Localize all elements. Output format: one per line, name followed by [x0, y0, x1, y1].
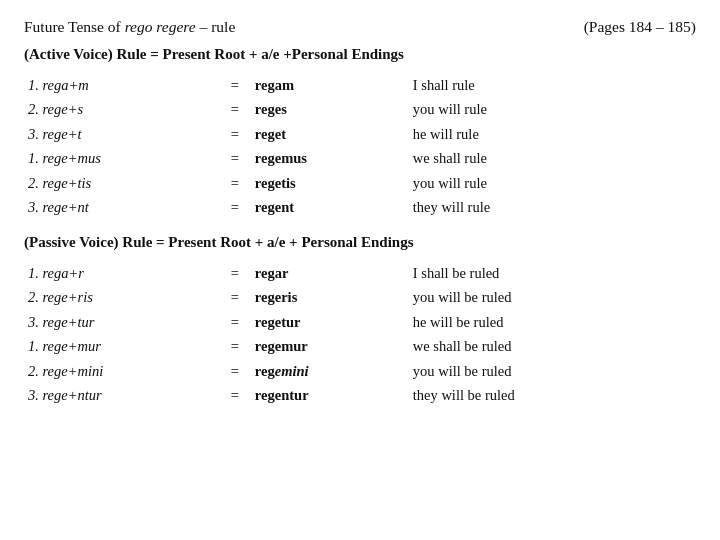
active-english-4: we shall rule [413, 146, 700, 170]
table-row: 1. rege+mur = regemur we shall be ruled [28, 334, 700, 358]
table-row: 3. rege+t = reget he will rule [28, 122, 700, 146]
passive-form-5: 2. rege+mini [28, 359, 215, 383]
title-row: Future Tense of rego regere – rule (Page… [24, 18, 696, 36]
passive-latin-5: regemini [255, 359, 413, 383]
active-form-1: 1. rega+m [28, 73, 215, 97]
active-latin-4: regemus [255, 146, 413, 170]
passive-form-4: 1. rege+mur [28, 334, 215, 358]
passive-english-3: he will be ruled [413, 310, 700, 334]
passive-latin-2: regeris [255, 285, 413, 309]
active-latin-1: regam [255, 73, 413, 97]
passive-english-2: you will be ruled [413, 285, 700, 309]
table-row: 2. rege+s = reges you will rule [28, 97, 700, 121]
passive-english-4: we shall be ruled [413, 334, 700, 358]
table-row: 1. rega+r = regar I shall be ruled [28, 261, 700, 285]
active-english-3: he will rule [413, 122, 700, 146]
table-row: 1. rega+m = regam I shall rule [28, 73, 700, 97]
active-english-1: I shall rule [413, 73, 700, 97]
active-english-2: you will rule [413, 97, 700, 121]
active-english-5: you will rule [413, 171, 700, 195]
active-english-6: they will rule [413, 195, 700, 219]
passive-english-1: I shall be ruled [413, 261, 700, 285]
active-latin-6: regent [255, 195, 413, 219]
table-row: 3. rege+nt = regent they will rule [28, 195, 700, 219]
passive-latin-3: regetur [255, 310, 413, 334]
active-form-3: 3. rege+t [28, 122, 215, 146]
active-form-4: 1. rege+mus [28, 146, 215, 170]
active-latin-3: reget [255, 122, 413, 146]
passive-form-3: 3. rege+tur [28, 310, 215, 334]
table-row: 2. rege+mini = regemini you will be rule… [28, 359, 700, 383]
table-row: 3. rege+ntur = regentur they will be rul… [28, 383, 700, 407]
passive-voice-heading: (Passive Voice) Rule = Present Root + a/… [24, 234, 696, 251]
passive-english-6: they will be ruled [413, 383, 700, 407]
active-latin-5: regetis [255, 171, 413, 195]
table-row: 1. rege+mus = regemus we shall rule [28, 146, 700, 170]
passive-form-6: 3. rege+ntur [28, 383, 215, 407]
passive-latin-4: regemur [255, 334, 413, 358]
passive-form-2: 2. rege+ris [28, 285, 215, 309]
active-voice-table: 1. rega+m = regam I shall rule 2. rege+s… [28, 73, 700, 220]
passive-latin-6: regentur [255, 383, 413, 407]
active-form-6: 3. rege+nt [28, 195, 215, 219]
table-row: 2. rege+tis = regetis you will rule [28, 171, 700, 195]
passive-form-1: 1. rega+r [28, 261, 215, 285]
table-row: 2. rege+ris = regeris you will be ruled [28, 285, 700, 309]
table-row: 3. rege+tur = regetur he will be ruled [28, 310, 700, 334]
active-form-5: 2. rege+tis [28, 171, 215, 195]
active-latin-2: reges [255, 97, 413, 121]
passive-latin-1: regar [255, 261, 413, 285]
passive-voice-table: 1. rega+r = regar I shall be ruled 2. re… [28, 261, 700, 408]
active-form-2: 2. rege+s [28, 97, 215, 121]
active-voice-heading: (Active Voice) Rule = Present Root + a/e… [24, 46, 696, 63]
title-right: (Pages 184 – 185) [584, 18, 696, 36]
title-left: Future Tense of rego regere – rule [24, 18, 235, 36]
passive-english-5: you will be ruled [413, 359, 700, 383]
